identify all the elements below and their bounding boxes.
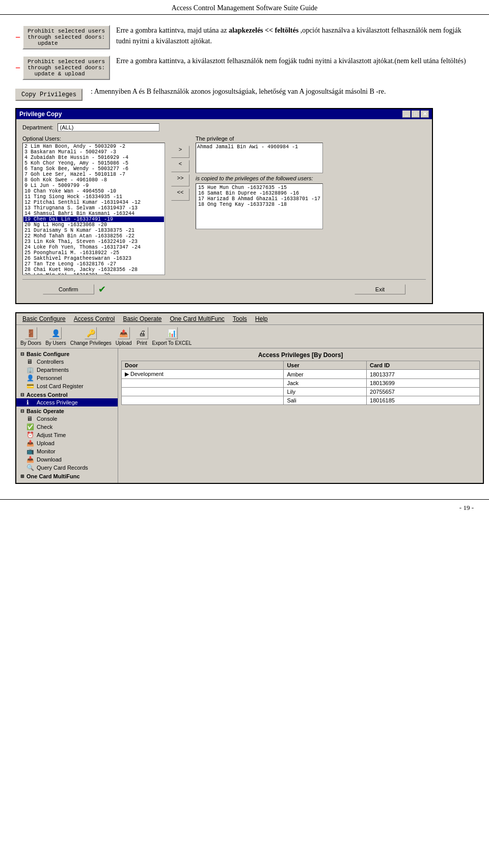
expand-icon: ⊟ bbox=[20, 409, 24, 414]
item-icon: 🖥 bbox=[26, 358, 35, 365]
close-button[interactable]: ✕ bbox=[421, 111, 429, 118]
move-all-right-button[interactable]: >> bbox=[171, 174, 189, 186]
list-item[interactable]: 4 Zubaidah Bte Hussin - 5016929 -4 bbox=[23, 155, 164, 160]
list-item[interactable]: 10 Chan Yoke Wan - 4964550 -10 bbox=[23, 188, 164, 194]
list-item[interactable]: 26 Sakthivel Pragatheeswaran -16323 bbox=[23, 256, 164, 261]
sidebar-item-access-privilege[interactable]: ℹAccess Privilege bbox=[16, 398, 118, 406]
page-header: Access Control Management Software Suite… bbox=[0, 0, 489, 15]
list-item[interactable]: 2 Lim Han Boon, Andy - 5003209 -2 bbox=[23, 144, 164, 149]
list-item[interactable]: 19 Chen Dai Lin -16337491 -19 bbox=[23, 216, 164, 222]
menu-item-basic-operate[interactable]: Basic Operate bbox=[119, 314, 166, 323]
exit-button[interactable]: Exit bbox=[355, 284, 405, 294]
item-icon: ⏰ bbox=[26, 431, 35, 439]
sidebar-item-upload[interactable]: 📤Upload bbox=[16, 439, 118, 447]
sidebar-item-adjust-time[interactable]: ⏰Adjust Time bbox=[16, 431, 118, 439]
list-item[interactable]: 15 Hue Mun Chun -16327635 -15 bbox=[197, 185, 321, 191]
prohibit-update-button[interactable]: Prohibit selected usersthrough selected … bbox=[22, 25, 110, 49]
prohibit-upload-button[interactable]: Prohibit selected usersthrough selected … bbox=[22, 56, 110, 80]
toolbar-btn-by-doors[interactable]: 🚪By Doors bbox=[20, 327, 41, 346]
dept-select[interactable]: (ALL) bbox=[58, 123, 159, 131]
sidebar-group-header-access-control[interactable]: ⊟Access Control bbox=[16, 391, 118, 398]
sidebar-item-monitor[interactable]: 📺Monitor bbox=[16, 447, 118, 455]
item-label: Check bbox=[37, 424, 52, 430]
list-item[interactable]: 17 Harizad B Ahmad Ghazali -16338701 -17 bbox=[197, 196, 321, 202]
sidebar-group-header-basic-configure[interactable]: ⊟Basic Configure bbox=[16, 350, 118, 358]
expand-icon: ⊟ bbox=[20, 351, 24, 357]
move-all-left-button[interactable]: << bbox=[171, 188, 189, 201]
toolbar-icon: 🚪 bbox=[25, 327, 37, 339]
list-item[interactable]: 11 Ting Siong Hock -16334935 -11 bbox=[23, 194, 164, 200]
list-item[interactable]: 6 Tang Sok Bee, Wendy - 5003277 -6 bbox=[23, 166, 164, 172]
table-row[interactable]: Sali18016185 bbox=[122, 396, 480, 405]
toolbar-btn-export-to-excel[interactable]: 📊Export To EXCEL bbox=[152, 327, 192, 346]
list-item[interactable]: 27 Tan Tze Leong -16328176 -27 bbox=[23, 261, 164, 267]
toolbar-icon: 🖨 bbox=[136, 327, 148, 339]
col-header-card-id: Card ID bbox=[367, 361, 480, 370]
dest-users-list[interactable]: 15 Hue Mun Chun -16327635 -1516 Samat Bi… bbox=[196, 183, 323, 229]
table-row[interactable]: Lily20755657 bbox=[122, 388, 480, 396]
menu-item-basic-configure[interactable]: Basic Configure bbox=[18, 314, 70, 323]
check-icon: ✔ bbox=[98, 284, 106, 295]
toolbar-btn-by-users[interactable]: 👤By Users bbox=[45, 327, 66, 346]
menu-item-help[interactable]: Help bbox=[251, 314, 272, 323]
list-item[interactable]: 18 Ong Teng Kay -16337328 -18 bbox=[197, 202, 321, 207]
section1-text: Erre a gombra kattintva, majd utána az a… bbox=[116, 25, 474, 46]
sidebar-item-departments[interactable]: 🏢Departments bbox=[16, 366, 118, 374]
toolbar: 🚪By Doors👤By Users🔑Change Privileges📤Upl… bbox=[16, 325, 483, 348]
menu-item-tools[interactable]: Tools bbox=[229, 314, 251, 323]
maximize-button[interactable]: □ bbox=[412, 111, 420, 118]
toolbar-btn-upload[interactable]: 📤Upload bbox=[116, 327, 132, 346]
list-item[interactable]: 5 Koh Chor Yeong, Amy - 5015086 -5 bbox=[23, 160, 164, 166]
list-item[interactable]: 23 Lin Kok Thai, Steven -16322410 -23 bbox=[23, 239, 164, 245]
menu-item-one-card-multifunc[interactable]: One Card MultiFunc bbox=[166, 314, 228, 323]
confirm-button[interactable]: Confirm bbox=[43, 284, 94, 294]
item-label: Departments bbox=[37, 367, 69, 373]
list-item[interactable]: 29 Lee Min Kai -16316381 -29 bbox=[23, 273, 164, 275]
sidebar-item-personnel[interactable]: 👤Personnel bbox=[16, 374, 118, 382]
list-item[interactable]: 22 Mohd Tahah Bin Atan -16338256 -22 bbox=[23, 233, 164, 239]
sidebar-item-query-card-records[interactable]: 🔍Query Card Records bbox=[16, 464, 118, 472]
sidebar-item-console[interactable]: 🖥Console bbox=[16, 415, 118, 423]
section2-text: Erre a gombra kattintva, a kiválasztott … bbox=[116, 56, 474, 66]
list-item[interactable]: 14 Shamsul Bahri Bin Kasmani -163244 bbox=[23, 211, 164, 216]
list-item[interactable]: 8 Goh Kok Swee - 4961080 -8 bbox=[23, 177, 164, 183]
list-item[interactable]: 7 Goh Lee Ser, Hazel - 5010118 -7 bbox=[23, 172, 164, 177]
panel-title: Access Privileges [By Doors] bbox=[121, 351, 480, 359]
move-left-button[interactable]: < bbox=[171, 160, 189, 172]
item-label: Monitor bbox=[37, 448, 56, 454]
list-item[interactable]: 21 Duraisamy S N Kumar -18338375 -21 bbox=[23, 228, 164, 233]
list-item[interactable]: 16 Samat Bin Dupree -16328896 -16 bbox=[197, 191, 321, 196]
item-label: Upload bbox=[37, 440, 55, 446]
table-row[interactable]: Jack18013699 bbox=[122, 379, 480, 388]
item-icon: 📤 bbox=[26, 440, 35, 447]
item-icon: ℹ bbox=[26, 399, 35, 406]
move-right-button[interactable]: > bbox=[171, 146, 189, 158]
list-item[interactable]: 12 Pitchai Senthil Kumar -16319434 -12 bbox=[23, 200, 164, 205]
list-item[interactable]: 13 Thirugnana S. Selvam -16319437 -13 bbox=[23, 205, 164, 211]
sidebar-item-lost-card-register[interactable]: 💳Lost Card Register bbox=[16, 382, 118, 390]
table-row[interactable]: ▶ DevelopmentAmber18013377 bbox=[122, 370, 480, 379]
list-item[interactable]: 20 Ng Li Hong -16323068 -20 bbox=[23, 222, 164, 228]
list-item[interactable]: 24 Loke Foh Yuen, Thomas -16317347 -24 bbox=[23, 245, 164, 250]
item-icon: 📥 bbox=[26, 456, 35, 463]
list-item[interactable]: 28 Chai Kuet Hon, Jacky -16328356 -28 bbox=[23, 267, 164, 273]
list-item[interactable]: 25 Poonghurali M. -16318922 -25 bbox=[23, 250, 164, 256]
toolbar-btn-print[interactable]: 🖨Print bbox=[136, 327, 148, 346]
menu-item-access-control[interactable]: Access Control bbox=[70, 314, 119, 323]
content-panel: Access Privileges [By Doors] DoorUserCar… bbox=[118, 348, 483, 483]
optional-users-label: Optional Users: bbox=[22, 135, 165, 142]
sidebar-item-download[interactable]: 📥Download bbox=[16, 455, 118, 464]
menubar: Basic ConfigureAccess ControlBasic Opera… bbox=[16, 313, 483, 325]
item-label: Query Card Records bbox=[37, 465, 88, 471]
toolbar-btn-change-privileges[interactable]: 🔑Change Privileges bbox=[70, 327, 112, 346]
copy-privileges-button[interactable]: Copy Privileges bbox=[15, 89, 83, 101]
item-icon: 🖥 bbox=[26, 415, 35, 422]
sidebar-item-controllers[interactable]: 🖥Controllers bbox=[16, 358, 118, 366]
minimize-button[interactable]: _ bbox=[402, 111, 411, 118]
list-item[interactable]: 9 Li Jun - 5009799 -9 bbox=[23, 183, 164, 188]
sidebar-item-check[interactable]: ✅Check bbox=[16, 423, 118, 431]
sidebar-group-header-basic-operate[interactable]: ⊟Basic Operate bbox=[16, 408, 118, 415]
optional-users-list[interactable]: 2 Lim Han Boon, Andy - 5003209 -2 3 Bask… bbox=[22, 143, 165, 275]
sidebar-group-header-one-card-multifunc[interactable]: ⊞One Card MultiFunc bbox=[16, 473, 118, 480]
list-item[interactable]: 3 Baskaran Murali - 5002497 -3 bbox=[23, 149, 164, 155]
